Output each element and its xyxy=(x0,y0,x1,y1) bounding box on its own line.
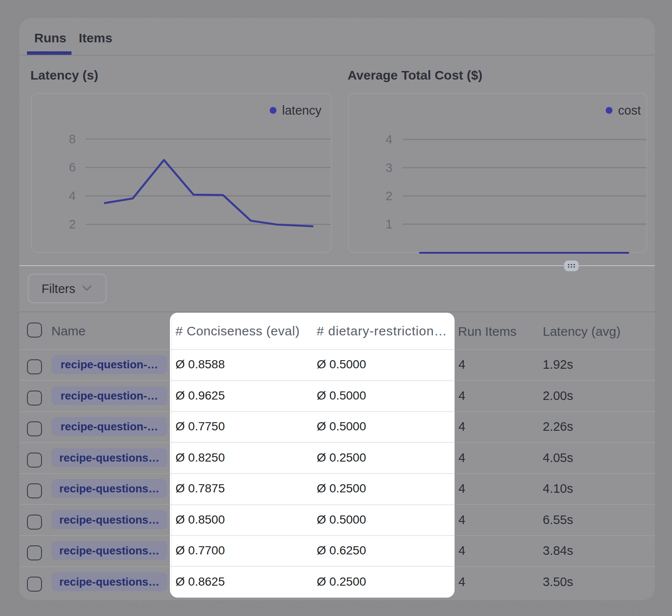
svg-text:2: 2 xyxy=(386,189,392,203)
svg-text:latency: latency xyxy=(282,104,321,117)
svg-text:8: 8 xyxy=(69,132,76,146)
svg-text:1: 1 xyxy=(386,217,392,231)
svg-text:3: 3 xyxy=(386,161,392,175)
svg-text:4: 4 xyxy=(386,133,392,146)
svg-text:cost: cost xyxy=(618,104,641,117)
svg-text:6: 6 xyxy=(69,160,76,174)
svg-text:2: 2 xyxy=(69,217,76,231)
svg-text:4: 4 xyxy=(69,189,76,203)
